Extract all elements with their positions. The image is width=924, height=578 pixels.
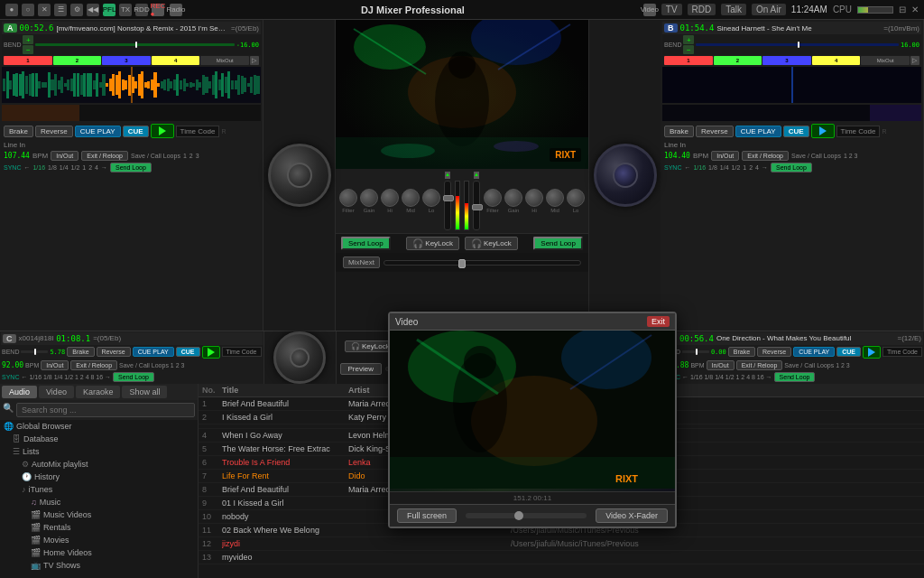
send-loop-left[interactable]: Send Loop: [341, 237, 391, 250]
eq-l-filter[interactable]: [402, 189, 420, 207]
tree-music[interactable]: ♫ Music: [0, 496, 198, 508]
time-code-b[interactable]: Time Code: [836, 126, 881, 137]
minimize-btn[interactable]: ●: [5, 4, 18, 16]
pfl-btn[interactable]: PFL: [103, 4, 116, 16]
cue-d[interactable]: CUE: [836, 347, 861, 357]
jog-c[interactable]: [273, 331, 326, 384]
play-b[interactable]: [811, 124, 835, 138]
vol-fader-r[interactable]: [473, 181, 480, 230]
mix-next-btn[interactable]: MixNext: [343, 256, 380, 268]
tab-show-all[interactable]: Show all: [122, 386, 167, 398]
in-out-a[interactable]: In/Out: [51, 151, 79, 161]
settings-icon[interactable]: ⚙: [70, 4, 83, 16]
hotcue-a-4[interactable]: 4: [152, 56, 200, 65]
search-input[interactable]: [16, 403, 195, 417]
brake-c[interactable]: Brake: [67, 347, 94, 357]
menu-icon[interactable]: ☰: [54, 4, 67, 16]
play-c[interactable]: [202, 346, 220, 359]
resize-icon[interactable]: ⊟: [899, 5, 906, 14]
on-air-btn[interactable]: On Air: [752, 4, 786, 15]
arr-a[interactable]: ▷: [250, 56, 259, 65]
tree-home-videos[interactable]: 🎬 Home Videos: [0, 546, 198, 559]
radio-btn[interactable]: Radio: [170, 4, 182, 16]
play-d[interactable]: [863, 346, 881, 359]
video-xfader-btn[interactable]: Video X-Fader: [596, 508, 668, 523]
song-row[interactable]: 13 myvideo: [199, 551, 924, 564]
send-loop-c[interactable]: Send Loop: [113, 372, 154, 382]
tree-movies[interactable]: 🎬 Movies: [0, 534, 198, 546]
fullscreen-btn[interactable]: Full screen: [397, 508, 457, 523]
send-loop-a[interactable]: Send Loop: [110, 163, 152, 172]
tab-audio[interactable]: Audio: [2, 386, 37, 398]
bend-b[interactable]: + −: [683, 35, 694, 54]
popup-close-btn[interactable]: Exit: [647, 316, 670, 327]
in-out-d[interactable]: In/Out: [707, 360, 735, 370]
crossfader-track[interactable]: [383, 260, 581, 266]
tree-global-browser[interactable]: 🌐 Global Browser: [0, 420, 198, 433]
hotcue-a-3[interactable]: 3: [102, 56, 151, 65]
video-btn[interactable]: Video: [643, 4, 656, 16]
hotcue-b-2[interactable]: 2: [714, 56, 762, 65]
hotcue-a-1[interactable]: 1: [4, 56, 52, 65]
reverse-b[interactable]: Reverse: [696, 126, 734, 137]
tab-video[interactable]: Video: [39, 386, 74, 398]
tree-database[interactable]: 🗄 Database: [0, 433, 198, 445]
tree-lists[interactable]: ☰ Lists: [0, 445, 198, 458]
tree-history[interactable]: 🕐 History: [0, 471, 198, 483]
time-code-a[interactable]: Time Code: [176, 126, 220, 137]
send-loop-b[interactable]: Send Loop: [771, 163, 812, 172]
time-code-c[interactable]: Time Code: [222, 347, 262, 357]
eq-r-mid[interactable]: [504, 189, 522, 207]
song-row[interactable]: 12 jizydi /Users/jiafuli/Music/iTunes/Pr…: [199, 537, 924, 551]
reverse-d[interactable]: Reverse: [757, 347, 791, 357]
play-a[interactable]: [151, 124, 174, 138]
rewind-icon[interactable]: ◀◀: [87, 4, 99, 16]
jog-a[interactable]: [268, 144, 331, 207]
reverse-c[interactable]: Reverse: [97, 347, 131, 357]
brake-b[interactable]: Brake: [664, 126, 694, 137]
eq-l-hi[interactable]: [339, 189, 357, 207]
video-xfader-slider[interactable]: [466, 513, 587, 518]
cue-play-a[interactable]: CUE PLAY: [75, 126, 121, 137]
cue-play-d[interactable]: CUE PLAY: [793, 347, 835, 357]
eq-r-hi[interactable]: [525, 189, 543, 207]
bend-up-a[interactable]: + −: [23, 35, 33, 54]
exit-c[interactable]: Exit / Reloop: [70, 360, 117, 370]
brake-d[interactable]: Brake: [728, 347, 755, 357]
eq-r-lo[interactable]: [484, 189, 502, 207]
in-out-c[interactable]: In/Out: [41, 360, 69, 370]
tree-rentals[interactable]: 🎬 Rentals: [0, 521, 198, 534]
hotcue-b-1[interactable]: 1: [664, 56, 713, 65]
eq-l-mid[interactable]: [360, 189, 378, 207]
eq-r-gain[interactable]: [567, 189, 585, 207]
eq-r-filter[interactable]: [546, 189, 564, 207]
hotcue-a-2[interactable]: 2: [53, 56, 102, 65]
key-lock-right[interactable]: 🎧 KeyLock: [465, 237, 518, 250]
exit-reloop-b[interactable]: Exit / Reloop: [742, 151, 789, 161]
brake-a[interactable]: Brake: [4, 126, 33, 137]
reverse-a[interactable]: Reverse: [35, 126, 73, 137]
rec-btn[interactable]: REC ●: [152, 4, 164, 16]
maximize-btn[interactable]: ○: [22, 4, 34, 16]
talk-btn[interactable]: Talk: [721, 4, 746, 15]
cue-a[interactable]: CUE: [123, 126, 149, 137]
cue-c[interactable]: CUE: [176, 347, 200, 357]
tab-karaoke[interactable]: Karaoke: [76, 386, 121, 398]
vol-fader-l[interactable]: [444, 181, 451, 230]
hotcue-b-3[interactable]: 3: [762, 56, 811, 65]
in-out-b[interactable]: In/Out: [711, 151, 739, 161]
rdd-btn2[interactable]: RDD: [688, 4, 716, 15]
tree-itunes[interactable]: ♪ iTunes: [0, 483, 198, 496]
eq-l-lo[interactable]: [381, 189, 399, 207]
tree-automix[interactable]: ⚙ AutoMix playlist: [0, 458, 198, 471]
tv-btn[interactable]: TV: [661, 4, 682, 15]
eq-l-gain[interactable]: [422, 189, 440, 207]
rdd-btn[interactable]: RDD: [135, 4, 148, 16]
exit-reloop-a[interactable]: Exit / Reloop: [81, 151, 128, 161]
hotcue-b-4[interactable]: 4: [812, 56, 861, 65]
preview-btn[interactable]: Preview: [340, 363, 382, 375]
close-btn[interactable]: ✕: [38, 4, 51, 16]
mix-out-a[interactable]: MixOut: [200, 56, 249, 65]
tree-tv-shows[interactable]: 📺 TV Shows: [0, 559, 198, 572]
key-lock-left[interactable]: 🎧 KeyLock: [406, 237, 459, 250]
